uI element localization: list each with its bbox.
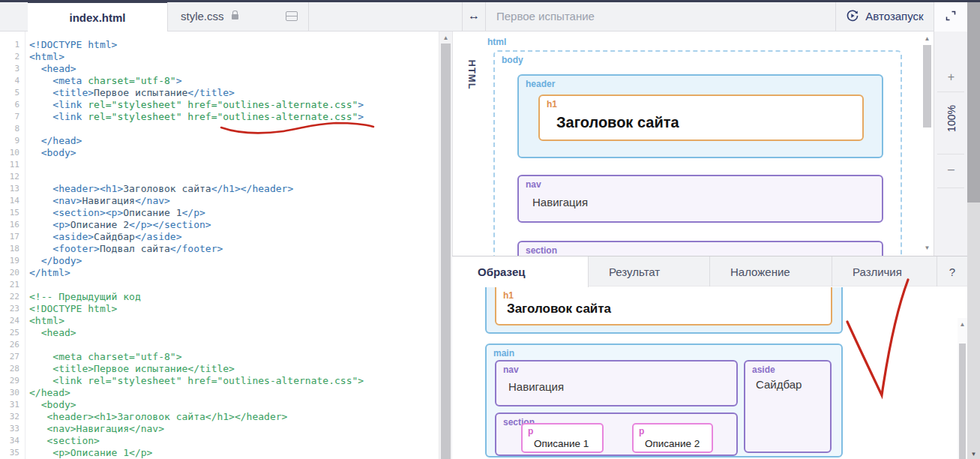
line-number: 33 (0, 423, 19, 435)
preview-nav-text: Навигация (532, 196, 588, 208)
code-line[interactable]: 10 <body> (0, 147, 439, 159)
code-line[interactable]: 22<!-- Предыдущий код (0, 291, 439, 303)
autorun-button[interactable]: Автозапуск (835, 0, 934, 32)
sample-box-p1: p Описание 1 (521, 423, 604, 453)
code-line[interactable]: 3 <head> (0, 63, 439, 75)
tab-style-css-label: style.css (181, 10, 224, 22)
code-line[interactable]: 27 <meta charset="utf-8"> (0, 351, 439, 363)
line-number: 35 (0, 447, 19, 459)
line-number: 31 (0, 399, 19, 411)
code-line[interactable]: 29 <link rel="stylesheet" href="outlines… (0, 375, 439, 387)
fullscreen-button[interactable] (934, 0, 967, 32)
code-line[interactable]: 18 <footer>Подвал сайта</footer> (0, 243, 439, 255)
tab-style-css[interactable]: style.css (167, 0, 309, 32)
tab-result[interactable]: Результат (589, 256, 710, 286)
code-line[interactable]: 26 (0, 339, 439, 351)
code-line[interactable]: 19 </body> (0, 255, 439, 267)
editor-scroll-up-icon[interactable]: ▲ (439, 33, 452, 44)
line-number: 19 (0, 255, 19, 267)
code-line[interactable]: 25 <head> (0, 327, 439, 339)
editor-scrollbar[interactable]: ▲ (439, 32, 452, 459)
line-number: 26 (0, 339, 19, 351)
window-scrollbar[interactable]: ▼ (967, 0, 980, 459)
preview-mode-strip: HTML (452, 32, 480, 256)
sample-label-main: main (493, 348, 514, 358)
code-line[interactable]: 30</head> (0, 387, 439, 399)
sample-h1-text: Заголовок сайта (507, 302, 611, 316)
line-number: 11 (0, 159, 19, 171)
code-line[interactable]: 33 <nav>Навигация</nav> (0, 423, 439, 435)
line-number: 30 (0, 387, 19, 399)
sample-label-p2: p (639, 426, 644, 436)
code-line[interactable]: 8 (0, 123, 439, 135)
code-line[interactable]: 21 (0, 279, 439, 291)
zoom-level-label[interactable]: 100% (946, 102, 958, 136)
code-line[interactable]: 23<!DOCTYPE html> (0, 303, 439, 315)
tab-index-html-label: index.html (69, 11, 125, 24)
line-number: 13 (0, 183, 19, 195)
split-view-icon[interactable] (286, 11, 298, 21)
autorun-label: Автозапуск (865, 10, 923, 22)
code-line[interactable]: 1<!DOCTYPE html> (0, 39, 439, 51)
window-scrollbar-thumb[interactable] (967, 2, 980, 202)
panel-scrollbar[interactable]: ▲ (958, 318, 967, 459)
code-line[interactable]: 31 <body> (0, 399, 439, 411)
line-number: 27 (0, 351, 19, 363)
code-line[interactable]: 35 <p>Описание 1</p> (0, 447, 439, 459)
tab-diff[interactable]: Различия (832, 256, 937, 286)
sample-box-nav: nav Навигация (495, 360, 738, 406)
code-line[interactable]: 5 <title>Первое испытание</title> (0, 87, 439, 99)
outline-box-h1: h1 Заголовок сайта (538, 94, 864, 141)
window-scroll-down-icon[interactable]: ▼ (967, 451, 980, 458)
outline-label-section: section (526, 245, 557, 256)
sample-label-p1: p (528, 426, 533, 436)
preview-scroll-up-icon[interactable]: ▲ (921, 34, 934, 44)
code-line[interactable]: 11 (0, 159, 439, 171)
tab-sample[interactable]: Образец (452, 256, 589, 287)
preview-title-bar[interactable]: Первое испытание (486, 0, 835, 32)
code-line[interactable]: 17 <aside>Сайдбар</aside> (0, 231, 439, 243)
code-line[interactable]: 14 <nav>Навигация</nav> (0, 195, 439, 207)
tab-diff-label: Различия (853, 266, 902, 278)
code-line[interactable]: 4 <meta charset="utf-8"> (0, 75, 439, 87)
line-number: 16 (0, 219, 19, 231)
panel-scrollbar-thumb[interactable] (959, 344, 966, 459)
toolbar-divider (937, 154, 964, 154)
code-line[interactable]: 9 </head> (0, 135, 439, 147)
sample-box-p2: p Описание 2 (632, 423, 713, 453)
zoom-out-button[interactable]: – (934, 163, 968, 176)
line-number: 15 (0, 207, 19, 219)
preview-scrollbar-thumb[interactable] (923, 45, 931, 128)
code-line[interactable]: 20</html> (0, 267, 439, 279)
panel-scroll-up-icon[interactable]: ▲ (958, 320, 967, 330)
tab-sample-label: Образец (478, 266, 525, 278)
sample-box-aside: aside Сайдбар (744, 360, 832, 453)
code-line[interactable]: 28 <title>Первое испытание</title> (0, 363, 439, 375)
code-line[interactable]: 24<html> (0, 315, 439, 327)
preview-title-text: Первое испытание (496, 10, 595, 22)
code-line[interactable]: 7 <link rel="stylesheet" href="outlines-… (0, 111, 439, 123)
code-line[interactable]: 6 <link rel="stylesheet" href="outlines-… (0, 99, 439, 111)
tab-index-html[interactable]: index.html (28, 0, 167, 32)
code-line[interactable]: 34 <section> (0, 435, 439, 447)
code-editor[interactable]: 1<!DOCTYPE html>2<html>3 <head>4 <meta c… (0, 32, 439, 459)
resize-arrows-icon: ↔ (468, 9, 480, 22)
pane-resize-handle[interactable]: ↔ (462, 0, 486, 32)
preview-scroll-down-icon[interactable]: ▼ (921, 243, 934, 254)
sample-label-aside: aside (752, 364, 775, 375)
help-button[interactable]: ? (937, 256, 967, 286)
zoom-in-button[interactable]: + (934, 70, 968, 84)
code-line[interactable]: 15 <section><p>Описание 1</p> (0, 207, 439, 219)
sample-label-h1: h1 (503, 290, 514, 301)
code-line[interactable]: 2<html> (0, 51, 439, 63)
code-line[interactable]: 16 <p>Описание 2</p></section> (0, 219, 439, 231)
outline-label-header: header (526, 79, 555, 89)
code-line[interactable]: 13 <header><h1>Заголовок сайта</h1></hea… (0, 183, 439, 195)
preview-scrollbar[interactable]: ▲ ▼ (921, 32, 934, 256)
code-line[interactable]: 32 <header><h1>Заголовок сайта</h1></hea… (0, 411, 439, 423)
code-line[interactable]: 12 (0, 171, 439, 183)
live-preview-pane: html body header h1 Заголовок сайта nav … (480, 32, 921, 256)
line-number: 28 (0, 363, 19, 375)
tab-overlay[interactable]: Наложение (710, 256, 832, 286)
editor-scrollbar-thumb[interactable] (441, 44, 451, 459)
